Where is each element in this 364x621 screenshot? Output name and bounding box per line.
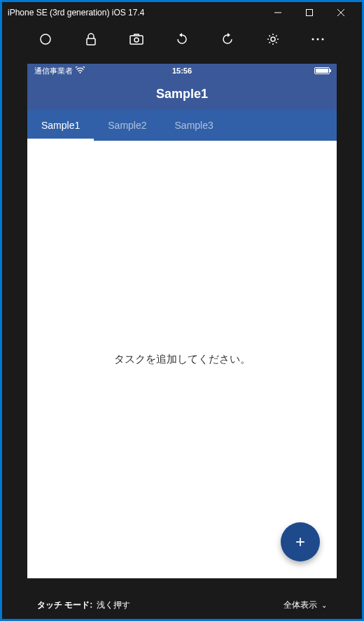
titlebar: iPhone SE (3rd generation) iOS 17.4 [2,2,362,23]
close-icon [337,9,344,16]
add-task-button[interactable]: + [281,522,320,561]
content-area: タスクを追加してください。 + [27,141,337,578]
titlebar-controls [262,2,356,23]
screenshot-button[interactable] [127,29,146,49]
battery-fill [316,69,328,73]
tab-sample1[interactable]: Sample1 [27,110,94,141]
simulator-toolbar [2,23,362,55]
bottom-bar: タッチ モード: 浅く押す 全体表示 ⌄ [2,591,362,619]
home-button[interactable] [36,29,55,49]
svg-point-9 [312,39,314,41]
rotate-left-button[interactable] [172,29,192,49]
tab-bar: Sample1 Sample2 Sample3 [27,110,337,141]
circle-icon [39,33,52,46]
settings-button[interactable] [263,29,283,49]
touch-mode-value[interactable]: 浅く押す [97,599,130,611]
display-mode-dropdown[interactable]: 全体表示 ⌄ [284,599,327,611]
lock-icon [85,33,97,46]
wifi-icon [76,67,85,75]
status-right [314,67,330,74]
tab-sample3[interactable]: Sample3 [161,110,227,141]
svg-rect-6 [130,36,143,44]
svg-rect-5 [87,39,95,45]
more-button[interactable] [308,29,328,49]
more-icon [312,38,324,41]
svg-point-8 [271,37,275,41]
tab-label: Sample3 [175,120,214,131]
maximize-icon [306,9,313,16]
carrier-label: 通信事業者 [34,66,73,76]
svg-rect-1 [306,10,312,16]
empty-state-message: タスクを追加してください。 [114,353,251,366]
window-outer-frame: iPhone SE (3rd generation) iOS 17.4 [0,0,364,621]
rotate-right-icon [221,33,234,46]
display-mode-label: 全体表示 [284,599,317,611]
window-title: iPhone SE (3rd generation) iOS 17.4 [8,8,262,18]
status-bar: 通信事業者 15:56 [27,64,337,78]
page-title: Sample1 [156,87,208,102]
touch-mode-label: タッチ モード: [37,599,92,611]
rotate-left-icon [176,33,188,46]
camera-icon [130,34,144,45]
tab-sample2[interactable]: Sample2 [94,110,160,141]
svg-point-12 [80,72,81,74]
battery-icon [314,67,330,74]
touch-mode-section: タッチ モード: 浅く押す [37,599,284,611]
rotate-right-button[interactable] [218,29,237,49]
lock-button[interactable] [81,29,101,49]
navigation-bar: Sample1 [27,78,337,110]
minimize-button[interactable] [262,2,293,23]
tab-label: Sample1 [41,120,80,131]
svg-point-7 [134,38,139,42]
svg-point-10 [317,39,319,41]
chevron-down-icon: ⌄ [321,601,327,609]
svg-point-11 [322,39,324,41]
status-time: 15:56 [172,67,192,75]
plus-icon: + [295,532,305,552]
maximize-button[interactable] [293,2,325,23]
minimize-icon [274,9,281,16]
svg-point-4 [41,34,50,44]
close-button[interactable] [325,2,356,23]
tab-label: Sample2 [108,120,146,131]
device-screen: 通信事業者 15:56 Sample1 [27,64,337,578]
window-frame: iPhone SE (3rd generation) iOS 17.4 [2,2,362,619]
gear-icon [267,33,279,46]
